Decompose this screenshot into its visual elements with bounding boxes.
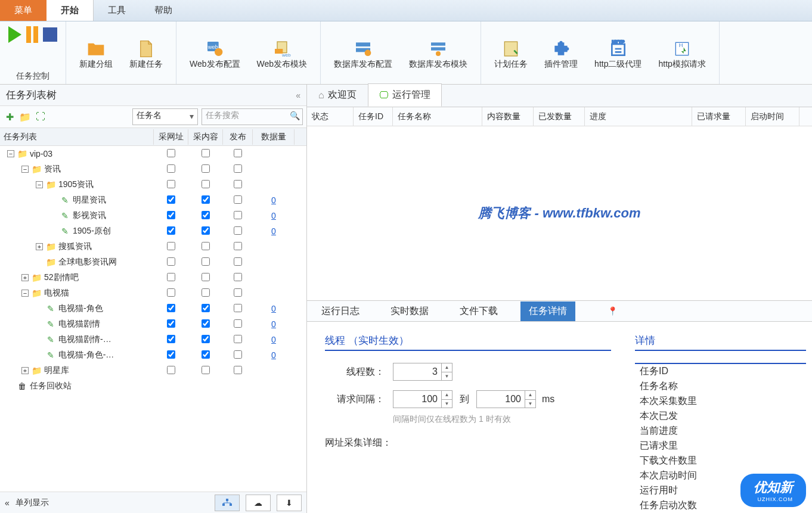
menu-button-main[interactable]: 菜单 [0, 0, 47, 21]
detail-tab-taskinfo[interactable]: 任务详情 [520, 301, 575, 321]
run-col[interactable]: 已发数量 [534, 107, 585, 126]
spin-up-icon[interactable]: ▲ [442, 363, 452, 372]
stop-icon[interactable] [43, 27, 57, 42]
view-button-3[interactable]: ⬇ [277, 495, 302, 511]
filter-field-select[interactable]: 任务名 [132, 108, 198, 125]
collapse-sidebar-icon[interactable]: « [296, 91, 300, 100]
checkbox-pub[interactable] [234, 319, 242, 328]
data-count-link[interactable]: 0 [271, 319, 276, 329]
tree-row[interactable]: 📁全球电影资讯网 [0, 254, 306, 270]
tree-row[interactable]: −📁电视猫 [0, 285, 306, 301]
db-publish-config-button[interactable]: 数据库发布配置 [329, 35, 397, 73]
tree-body[interactable]: −📁vip-03−📁资讯−📁1905资讯✎明星资讯0✎影视资讯0✎1905-原创… [0, 146, 306, 492]
checkbox-content[interactable] [202, 211, 210, 219]
col-content[interactable]: 采内容 [188, 129, 223, 145]
run-col[interactable]: 状态 [307, 107, 354, 126]
checkbox-pub[interactable] [234, 180, 242, 188]
db-publish-module-button[interactable]: 数据库发布模块 [404, 35, 472, 73]
checkbox-url[interactable] [167, 211, 175, 219]
checkbox-url[interactable] [167, 164, 175, 173]
checkbox-url[interactable] [167, 366, 175, 374]
pause-icon[interactable] [26, 26, 38, 43]
schedule-task-button[interactable]: 计划任务 [489, 35, 532, 73]
tree-toggle-icon[interactable]: − [7, 150, 14, 157]
interval-from-input[interactable]: 100▲▼ [393, 390, 453, 408]
tree-row[interactable]: −📁1905资讯 [0, 177, 306, 192]
tab-welcome[interactable]: ⌂ 欢迎页 [307, 83, 368, 107]
checkbox-url[interactable] [167, 149, 175, 157]
checkbox-content[interactable] [202, 226, 210, 235]
expand-all-icon[interactable]: ⛶ [35, 111, 47, 123]
tree-toggle-icon[interactable]: + [21, 274, 29, 281]
checkbox-content[interactable] [202, 350, 210, 359]
checkbox-url[interactable] [167, 350, 175, 359]
checkbox-pub[interactable] [234, 242, 242, 250]
checkbox-pub[interactable] [234, 288, 242, 297]
checkbox-content[interactable] [202, 288, 210, 297]
expand-footer-icon[interactable]: « [5, 498, 10, 508]
col-publish[interactable]: 发布 [223, 129, 253, 145]
detail-tab-log[interactable]: 运行日志 [313, 301, 368, 321]
detail-tab-download[interactable]: 文件下载 [451, 301, 506, 321]
tree-toggle-icon[interactable]: + [36, 243, 43, 250]
new-task-button[interactable]: 新建任务 [125, 35, 168, 73]
checkbox-content[interactable] [202, 273, 210, 281]
detail-tab-realtime[interactable]: 实时数据 [382, 301, 437, 321]
checkbox-content[interactable] [202, 319, 210, 328]
http-proxy-button[interactable]: HTTP http二级代理 [590, 35, 646, 73]
checkbox-content[interactable] [202, 195, 210, 204]
tree-row[interactable]: ✎1905-原创0 [0, 223, 306, 239]
col-url[interactable]: 采网址 [154, 129, 188, 145]
tree-toggle-icon[interactable]: − [21, 290, 29, 297]
checkbox-content[interactable] [202, 257, 210, 266]
run-col[interactable]: 内容数量 [482, 107, 534, 126]
tree-toggle-icon[interactable]: + [21, 367, 29, 374]
checkbox-content[interactable] [202, 164, 210, 173]
spin-down-icon[interactable]: ▼ [442, 372, 452, 381]
data-count-link[interactable]: 0 [271, 226, 276, 236]
tree-row[interactable]: ✎影视资讯0 [0, 208, 306, 223]
tab-run-mgmt[interactable]: 🖵 运行管理 [368, 83, 442, 107]
tree-toggle-icon[interactable]: − [36, 181, 43, 188]
checkbox-url[interactable] [167, 180, 175, 188]
checkbox-pub[interactable] [234, 273, 242, 281]
thread-count-input[interactable]: 3▲▼ [393, 363, 453, 381]
interval-to-input[interactable]: 100▲▼ [476, 390, 536, 408]
checkbox-pub[interactable] [234, 211, 242, 219]
view-button-2[interactable]: ☁ [246, 495, 271, 511]
play-icon[interactable] [8, 26, 21, 43]
checkbox-url[interactable] [167, 319, 175, 328]
web-publish-module-button[interactable]: web Web发布模块 [252, 35, 312, 73]
plugin-mgmt-button[interactable]: 插件管理 [540, 35, 582, 73]
data-count-link[interactable]: 0 [271, 211, 276, 220]
data-count-link[interactable]: 0 [271, 350, 276, 360]
col-task-list[interactable]: 任务列表 [0, 129, 154, 145]
view-button-1[interactable] [215, 495, 240, 511]
checkbox-content[interactable] [202, 242, 210, 250]
checkbox-content[interactable] [202, 304, 210, 312]
run-col[interactable]: 启动时间 [746, 107, 799, 126]
checkbox-url[interactable] [167, 288, 175, 297]
data-count-link[interactable]: 0 [271, 195, 276, 205]
menu-tab-start[interactable]: 开始 [47, 0, 94, 21]
run-col[interactable]: 已请求量 [692, 107, 746, 126]
checkbox-url[interactable] [167, 257, 175, 266]
tree-row[interactable]: ✎电视猫-角色0 [0, 301, 306, 316]
new-group-button[interactable]: 新建分组 [75, 35, 117, 73]
checkbox-content[interactable] [202, 180, 210, 188]
tree-row[interactable]: 🗑任务回收站 [0, 378, 306, 394]
checkbox-url[interactable] [167, 273, 175, 281]
menu-tab-help[interactable]: 帮助 [140, 0, 187, 21]
checkbox-pub[interactable] [234, 350, 242, 359]
col-data[interactable]: 数据量 [253, 129, 295, 145]
checkbox-url[interactable] [167, 226, 175, 235]
checkbox-pub[interactable] [234, 164, 242, 173]
folder-add-icon[interactable]: 📁 [19, 111, 31, 123]
checkbox-pub[interactable] [234, 304, 242, 312]
checkbox-pub[interactable] [234, 226, 242, 235]
tree-toggle-icon[interactable]: − [21, 166, 29, 173]
checkbox-pub[interactable] [234, 335, 242, 343]
checkbox-url[interactable] [167, 242, 175, 250]
checkbox-content[interactable] [202, 366, 210, 374]
checkbox-pub[interactable] [234, 257, 242, 266]
